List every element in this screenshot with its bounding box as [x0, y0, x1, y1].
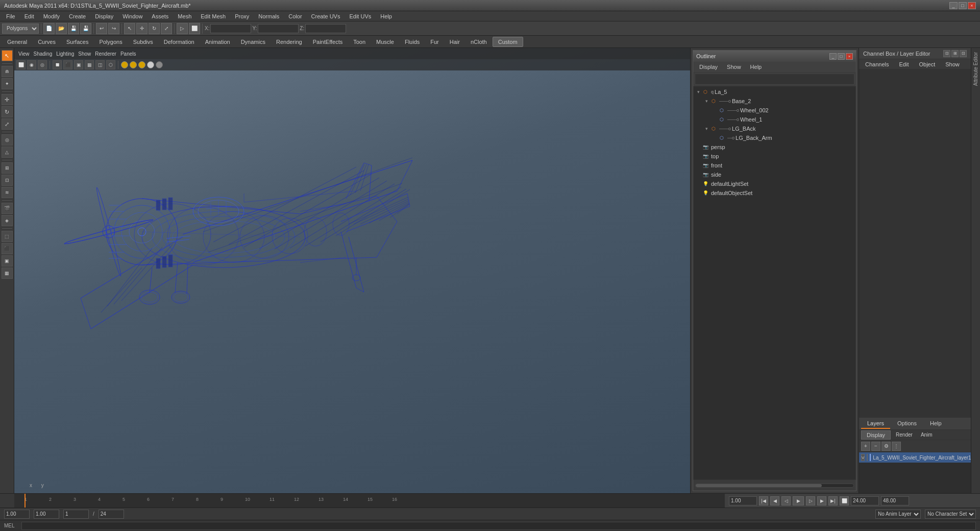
light3-color[interactable]	[138, 61, 145, 68]
save-button[interactable]: 💾	[68, 23, 79, 34]
cb-toggle3[interactable]: ⊡	[960, 50, 967, 57]
outliner-close[interactable]: ×	[846, 53, 853, 60]
layer-type-indicator[interactable]	[867, 454, 868, 461]
vp-display6-btn[interactable]: ⬡	[106, 60, 115, 69]
layer-tab-options[interactable]: Options	[891, 419, 923, 429]
render-region-button[interactable]: ⬜	[189, 23, 200, 34]
mode-select[interactable]: Polygons	[2, 23, 39, 34]
menu-window[interactable]: Window	[118, 12, 146, 20]
menu-surfaces[interactable]: Surfaces	[61, 37, 93, 46]
outliner-scroll-bar[interactable]	[693, 479, 856, 491]
cb-show-menu[interactable]: Show	[941, 60, 964, 68]
cb-edit-menu[interactable]: Edit	[895, 60, 913, 68]
y-input[interactable]	[258, 24, 299, 33]
tree-item-front[interactable]: ▸ 📷 front	[693, 161, 856, 170]
expand-la5[interactable]: ▾	[695, 89, 701, 95]
play-btn[interactable]: ▶	[793, 496, 804, 505]
tree-item-side[interactable]: ▸ 📷 side	[693, 170, 856, 179]
lasso-select-button[interactable]: ⋒	[2, 66, 13, 77]
tree-item-lightset[interactable]: ▸ 💡 defaultLightSet	[693, 179, 856, 188]
character-set-select[interactable]: No Character Set	[925, 510, 976, 519]
menu-create[interactable]: Create	[65, 12, 90, 20]
anim-layer-select[interactable]: No Anim Layer	[875, 510, 921, 519]
tree-item-wheel002[interactable]: ▸ ⬡ ——o Wheel_002	[693, 106, 856, 115]
skip-end-btn[interactable]: ▶|	[828, 496, 838, 505]
menu-hair[interactable]: Hair	[445, 37, 465, 46]
hypershade-button[interactable]: ◈	[2, 215, 13, 226]
menu-edit[interactable]: Edit	[20, 12, 38, 20]
menu-create-uvs[interactable]: Create UVs	[307, 12, 345, 20]
outliner-scrollbar-thumb[interactable]	[696, 484, 822, 487]
paint-select-button[interactable]: ✦	[2, 78, 13, 89]
outliner-display-menu[interactable]: Display	[695, 63, 722, 71]
tool2-button[interactable]: ⬛	[2, 243, 13, 254]
move-tool-left[interactable]: ✛	[2, 94, 13, 105]
prev-frame-btn[interactable]: ◀	[770, 496, 779, 505]
tool1-button[interactable]: ⬚	[2, 231, 13, 242]
redo-button[interactable]: ↪	[108, 23, 119, 34]
vp-display1-btn[interactable]: 🔲	[53, 60, 62, 69]
expand-base2[interactable]: ▾	[703, 98, 709, 104]
menu-painteffects[interactable]: PaintEffects	[308, 37, 348, 46]
move-tool[interactable]: ✛	[136, 23, 148, 34]
layer-more-btn[interactable]: ⋮	[892, 442, 901, 451]
snap-curve-button[interactable]: ≋	[2, 187, 13, 198]
select-tool[interactable]: ↖	[124, 23, 135, 34]
vp-menu-show[interactable]: Show	[78, 51, 91, 57]
scale-tool-left[interactable]: ⤢	[2, 118, 13, 130]
render-button[interactable]: ▷	[177, 23, 188, 34]
select-mode-button[interactable]: ↖	[2, 50, 13, 61]
layer-tab-help[interactable]: Help	[924, 419, 948, 429]
z-input[interactable]	[305, 24, 346, 33]
menu-custom[interactable]: Custom	[493, 37, 523, 47]
expand-lgback[interactable]: ▾	[703, 126, 709, 132]
menu-dynamics[interactable]: Dynamics	[236, 37, 271, 46]
light2-color[interactable]	[130, 61, 137, 68]
layer-vis-btn[interactable]: V	[861, 454, 865, 461]
anim-end-input[interactable]	[881, 496, 909, 505]
vp-menu-panels[interactable]: Panels	[120, 51, 136, 57]
tree-item-wheel1[interactable]: ▸ ⬡ ——o Wheel_1	[693, 115, 856, 124]
vp-wireframe-btn[interactable]: ⬜	[16, 60, 26, 69]
x-input[interactable]	[210, 24, 251, 33]
cb-toggle1[interactable]: ⊡	[943, 50, 950, 57]
menu-fur[interactable]: Fur	[425, 37, 444, 46]
layer-create-btn[interactable]: +	[861, 442, 870, 451]
vp-smooth-btn[interactable]: ◉	[27, 60, 36, 69]
menu-file[interactable]: File	[2, 12, 19, 20]
next-key-btn[interactable]: ▷	[806, 496, 815, 505]
next-frame-btn[interactable]: ▶	[817, 496, 826, 505]
menu-assets[interactable]: Assets	[148, 12, 173, 20]
vp-display4-btn[interactable]: ▦	[85, 60, 94, 69]
cb-channels-menu[interactable]: Channels	[861, 60, 893, 68]
timeline-ruler[interactable]: 1 2 3 4 5 6 7 8 9 10 11 12 13 14 15 16	[14, 494, 725, 508]
current-frame-input[interactable]	[63, 510, 89, 519]
menu-polygons[interactable]: Polygons	[94, 37, 127, 46]
menu-toon[interactable]: Toon	[348, 37, 371, 46]
menu-general[interactable]: General	[2, 37, 32, 46]
ambient-color[interactable]	[147, 61, 154, 68]
layer-tab-layers[interactable]: Layers	[861, 419, 890, 429]
layer-anim-tab[interactable]: Anim	[918, 431, 936, 438]
tree-item-base2[interactable]: ▾ ⬡ ——o Base_2	[693, 96, 856, 106]
layer-delete-btn[interactable]: −	[871, 442, 880, 451]
snap-grid-button[interactable]: ⊡	[2, 175, 13, 186]
new-scene-button[interactable]: 📄	[43, 23, 55, 34]
menu-edit-uvs[interactable]: Edit UVs	[345, 12, 375, 20]
viewport[interactable]: View Shading Lighting Show Renderer Pane…	[14, 48, 690, 493]
play-end-input[interactable]	[851, 496, 879, 505]
menu-muscle[interactable]: Muscle	[371, 37, 399, 46]
menu-animation[interactable]: Animation	[200, 37, 235, 46]
vp-display5-btn[interactable]: ◫	[95, 60, 105, 69]
tree-item-objectset[interactable]: ▸ 💡 defaultObjectSet	[693, 188, 856, 198]
menu-rendering[interactable]: Rendering	[271, 37, 307, 46]
cb-toggle2[interactable]: ⊞	[951, 50, 959, 57]
tree-item-lgback[interactable]: ▾ ⬡ ——o LG_BAck	[693, 124, 856, 133]
layer-settings-btn[interactable]: ⚙	[881, 442, 891, 451]
vp-display3-btn[interactable]: ▣	[74, 60, 83, 69]
menu-edit-mesh[interactable]: Edit Mesh	[197, 12, 230, 20]
outliner-maximize[interactable]: □	[838, 53, 845, 60]
menu-color[interactable]: Color	[284, 12, 306, 20]
tool3-button[interactable]: ▣	[2, 255, 13, 267]
mel-input[interactable]	[21, 522, 976, 530]
